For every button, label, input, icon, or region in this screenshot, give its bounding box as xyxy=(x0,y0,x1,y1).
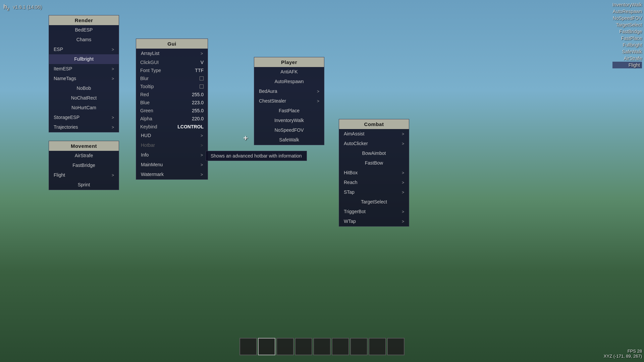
gui-item-hud[interactable]: HUD > xyxy=(136,131,208,140)
hud-targetselect: TargetSelect xyxy=(612,21,642,28)
hotbar-slot-9[interactable] xyxy=(387,338,405,355)
player-item-bedaura[interactable]: BedAura > xyxy=(254,86,324,96)
version-label: h2 v1.9.1 (14:06) xyxy=(3,3,42,11)
movement-item-sprint[interactable]: Sprint xyxy=(49,180,119,190)
gui-item-keybind[interactable]: Keybind LCONTROL xyxy=(136,123,208,131)
hotbar-slot-5[interactable] xyxy=(313,338,331,355)
render-panel-header: Render xyxy=(49,15,119,25)
info-arrow: > xyxy=(201,152,203,158)
blue-value: 223.0 xyxy=(192,100,204,105)
gui-item-hotbar[interactable]: Hotbar > xyxy=(136,140,208,150)
hud-safewalk: SafeWalk xyxy=(612,48,642,55)
render-item-nobob[interactable]: NoBob xyxy=(49,83,119,93)
tooltip-label: Tooltip xyxy=(140,84,154,89)
gui-item-clickgui[interactable]: ClickGUI V xyxy=(136,58,208,66)
storageesp-arrow: > xyxy=(112,115,114,121)
hotbar-arrow: > xyxy=(201,142,203,148)
green-label: Green xyxy=(140,108,153,113)
trajectories-arrow: > xyxy=(112,124,114,130)
hud-fastbridge: FastBridge xyxy=(612,28,642,35)
combat-item-aimassist[interactable]: AimAssist > xyxy=(339,129,409,139)
alpha-value: 220.0 xyxy=(192,116,204,121)
gui-item-tooltip[interactable]: Tooltip xyxy=(136,82,208,90)
render-item-nametags[interactable]: NameTags > xyxy=(49,74,119,83)
clickgui-label: ClickGUI xyxy=(140,60,159,65)
combat-item-triggerbot[interactable]: TriggerBot > xyxy=(339,207,409,217)
cheststealer-arrow: > xyxy=(317,98,319,104)
hud-airstrafe: AirStrafe xyxy=(612,55,642,62)
gui-item-info[interactable]: Info > xyxy=(136,150,208,160)
xyz-display: XYZ (-171, 89, 267) xyxy=(604,354,642,359)
gui-item-blue[interactable]: Blue 223.0 xyxy=(136,99,208,107)
hud-arrow: > xyxy=(201,133,203,139)
player-item-fastplace[interactable]: FastPlace xyxy=(254,106,324,116)
hotbar-slot-3[interactable] xyxy=(276,338,294,355)
keybind-value: LCONTROL xyxy=(177,124,204,129)
player-panel: Player AntiAFK AutoRespawn BedAura > Che… xyxy=(254,57,324,145)
gui-item-red[interactable]: Red 255.0 xyxy=(136,90,208,99)
hotbar-slot-6[interactable] xyxy=(332,338,349,355)
bedaura-arrow: > xyxy=(317,88,319,95)
gui-item-alpha[interactable]: Alpha 220.0 xyxy=(136,115,208,123)
gui-item-green[interactable]: Green 255.0 xyxy=(136,107,208,115)
fps-display: FPS 28 xyxy=(604,349,642,354)
stap-arrow: > xyxy=(402,189,404,195)
gui-item-watermark[interactable]: Watermark > xyxy=(136,170,208,179)
red-label: Red xyxy=(140,92,149,97)
render-item-bedesp[interactable]: BedESP xyxy=(49,25,119,35)
mainmenu-arrow: > xyxy=(201,162,203,168)
combat-item-hitbox[interactable]: HitBox > xyxy=(339,168,409,178)
wtap-arrow: > xyxy=(402,219,404,225)
combat-item-fastbow[interactable]: FastBow xyxy=(339,158,409,168)
render-item-itemesp[interactable]: ItemESP > xyxy=(49,64,119,74)
reach-arrow: > xyxy=(402,180,404,186)
version-sub: 2 xyxy=(7,7,9,11)
combat-item-stap[interactable]: STap > xyxy=(339,187,409,197)
combat-item-bowaimbot[interactable]: BowAimbot xyxy=(339,148,409,158)
gui-item-fonttype[interactable]: Font Type TTF xyxy=(136,66,208,74)
combat-panel: Combat AimAssist > AutoClicker > BowAimb… xyxy=(339,119,409,227)
render-item-chams[interactable]: Chams xyxy=(49,35,119,45)
movement-item-fastbridge[interactable]: FastBridge xyxy=(49,161,119,170)
player-item-antiafk[interactable]: AntiAFK xyxy=(254,67,324,77)
player-item-inventorywalk[interactable]: InventoryWalk xyxy=(254,116,324,125)
hotbar-slot-1[interactable] xyxy=(239,338,257,355)
gui-item-arraylist[interactable]: ArrayList > xyxy=(136,49,208,58)
combat-item-wtap[interactable]: WTap > xyxy=(339,217,409,226)
render-item-esp[interactable]: ESP > xyxy=(49,45,119,54)
gui-item-blur[interactable]: Blur xyxy=(136,74,208,82)
version-h: h xyxy=(3,3,7,10)
aimassist-arrow: > xyxy=(402,131,404,137)
version-number: v1.9.1 (14:06) xyxy=(13,4,42,10)
render-item-storageesp[interactable]: StorageESP > xyxy=(49,113,119,122)
hotbar-slot-2[interactable] xyxy=(258,338,275,355)
render-item-trajectories[interactable]: Trajectories > xyxy=(49,122,119,132)
alpha-label: Alpha xyxy=(140,116,152,121)
hotbar-slot-4[interactable] xyxy=(295,338,312,355)
gui-item-mainmenu[interactable]: MainMenu > xyxy=(136,160,208,170)
render-item-nochatrect[interactable]: NoChatRect xyxy=(49,93,119,103)
blur-checkbox[interactable] xyxy=(200,76,204,80)
movement-item-flight[interactable]: Flight > xyxy=(49,170,119,180)
hud-top-right: InventoryWalk AutoRespawn NoSpeedFOV Tar… xyxy=(610,0,644,70)
player-item-safewalk[interactable]: SafeWalk xyxy=(254,135,324,145)
combat-panel-header: Combat xyxy=(339,119,409,129)
render-item-fullbright[interactable]: Fullbright xyxy=(49,54,119,64)
tooltip-checkbox[interactable] xyxy=(200,84,204,88)
red-value: 255.0 xyxy=(192,92,204,97)
combat-item-targetselect[interactable]: TargetSelect xyxy=(339,197,409,207)
movement-item-airstrafe[interactable]: AirStrafe xyxy=(49,151,119,161)
hud-nospeedfov: NoSpeedFOV xyxy=(612,15,642,21)
movement-panel: Movement AirStrafe FastBridge Flight > S… xyxy=(49,141,119,190)
blur-label: Blur xyxy=(140,76,149,81)
player-item-autorespawn[interactable]: AutoRespawn xyxy=(254,77,324,86)
render-item-nohurtcam[interactable]: NoHurtCam xyxy=(49,103,119,113)
combat-item-reach[interactable]: Reach > xyxy=(339,178,409,187)
triggerbot-arrow: > xyxy=(402,209,404,215)
hotbar-slot-7[interactable] xyxy=(350,338,368,355)
player-item-cheststealer[interactable]: ChestStealer > xyxy=(254,96,324,106)
hotbar-slot-8[interactable] xyxy=(369,338,386,355)
combat-item-autoclicker[interactable]: AutoClicker > xyxy=(339,139,409,148)
player-item-nospeedfov[interactable]: NoSpeedFOV xyxy=(254,125,324,135)
hud-fastplace: FastPlace xyxy=(612,35,642,42)
